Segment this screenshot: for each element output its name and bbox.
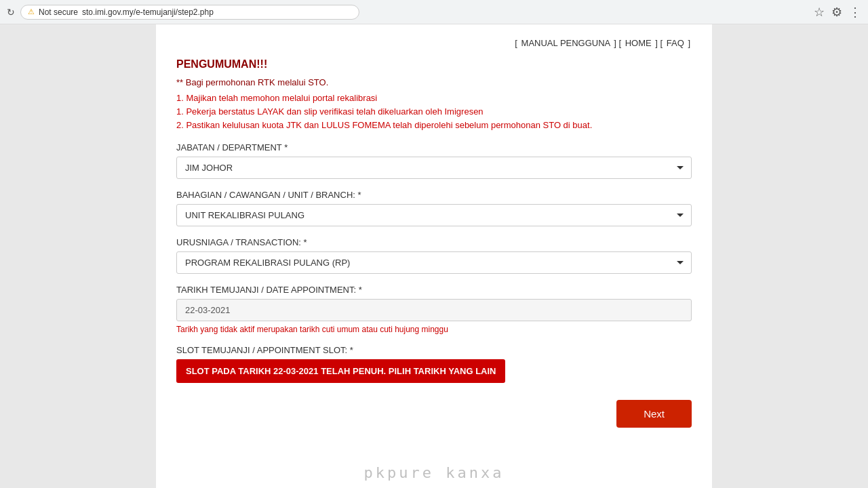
- button-row: Next: [176, 400, 692, 428]
- main-content: [ MANUAL PENGGUNA ] [ HOME ] [ FAQ ] PEN…: [156, 24, 712, 488]
- tarikh-input[interactable]: [176, 299, 692, 321]
- tarikh-group: TARIKH TEMUJANJI / DATE APPOINTMENT: * T…: [176, 285, 692, 334]
- not-secure-text: Not secure: [39, 7, 78, 17]
- urusniaga-select[interactable]: PROGRAM REKALIBRASI PULANG (RP): [176, 251, 692, 274]
- nav-bracket-close: ]: [688, 38, 690, 48]
- slot-error-message: SLOT PADA TARIKH 22-03-2021 TELAH PENUH.…: [176, 359, 505, 383]
- slot-group: SLOT TEMUJANJI / APPOINTMENT SLOT: * SLO…: [176, 345, 692, 383]
- jabatan-group: JABATAN / DEPARTMENT * JIM JOHOR: [176, 142, 692, 179]
- extensions-icon[interactable]: ⚙: [831, 5, 842, 20]
- nav-bracket-open: [: [515, 38, 519, 48]
- slot-label: SLOT TEMUJANJI / APPOINTMENT SLOT: *: [176, 345, 692, 355]
- nav-sep2: ] [: [655, 38, 665, 48]
- urusniaga-group: URUSNIAGA / TRANSACTION: * PROGRAM REKAL…: [176, 237, 692, 274]
- watermark: pkpure kanxa: [364, 464, 505, 481]
- address-bar: ↻ ⚠ Not secure sto.imi.gov.my/e-temujanj…: [0, 0, 868, 24]
- tarikh-hint: Tarikh yang tidak aktif merupakan tarikh…: [176, 325, 692, 334]
- bahagian-group: BAHAGIAN / CAWANGAN / UNIT / BRANCH: * U…: [176, 190, 692, 226]
- urusniaga-label: URUSNIAGA / TRANSACTION: *: [176, 237, 692, 247]
- announcement-item-2: 1. Pekerja berstatus LAYAK dan slip veri…: [176, 106, 692, 117]
- top-nav: [ MANUAL PENGGUNA ] [ HOME ] [ FAQ ]: [176, 38, 692, 48]
- page-container: [ MANUAL PENGGUNA ] [ HOME ] [ FAQ ] PEN…: [0, 24, 868, 488]
- nav-manual-link[interactable]: MANUAL PENGGUNA: [521, 38, 610, 48]
- browser-toolbar-right: ☆ ⚙ ⋮: [814, 5, 861, 20]
- browser-window: ↻ ⚠ Not secure sto.imi.gov.my/e-temujanj…: [0, 0, 868, 488]
- bahagian-select[interactable]: UNIT REKALIBRASI PULANG: [176, 204, 692, 226]
- tarikh-label: TARIKH TEMUJANJI / DATE APPOINTMENT: *: [176, 285, 692, 295]
- url-box[interactable]: ⚠ Not secure sto.imi.gov.my/e-temujanji/…: [20, 5, 359, 20]
- announcement-title: PENGUMUMAN!!!: [176, 58, 692, 70]
- refresh-icon[interactable]: ↻: [7, 7, 15, 18]
- bookmark-icon[interactable]: ☆: [814, 5, 825, 20]
- lock-icon: ⚠: [28, 7, 35, 16]
- nav-home-link[interactable]: HOME: [625, 38, 652, 48]
- bahagian-label: BAHAGIAN / CAWANGAN / UNIT / BRANCH: *: [176, 190, 692, 200]
- nav-faq-link[interactable]: FAQ: [667, 38, 684, 48]
- announcement-item-3: 2. Pastikan kelulusan kuota JTK dan LULU…: [176, 120, 692, 130]
- announcement-item-1: 1. Majikan telah memohon melalui portal …: [176, 93, 692, 103]
- jabatan-label: JABATAN / DEPARTMENT *: [176, 142, 692, 152]
- url-text: sto.imi.gov.my/e-temujanji/step2.php: [82, 7, 214, 17]
- jabatan-select[interactable]: JIM JOHOR: [176, 157, 692, 179]
- nav-sep1: ] [: [614, 38, 623, 48]
- menu-icon[interactable]: ⋮: [849, 5, 861, 20]
- announcement-subtitle: ** Bagi permohonan RTK melalui STO.: [176, 77, 692, 87]
- next-button[interactable]: Next: [616, 400, 692, 428]
